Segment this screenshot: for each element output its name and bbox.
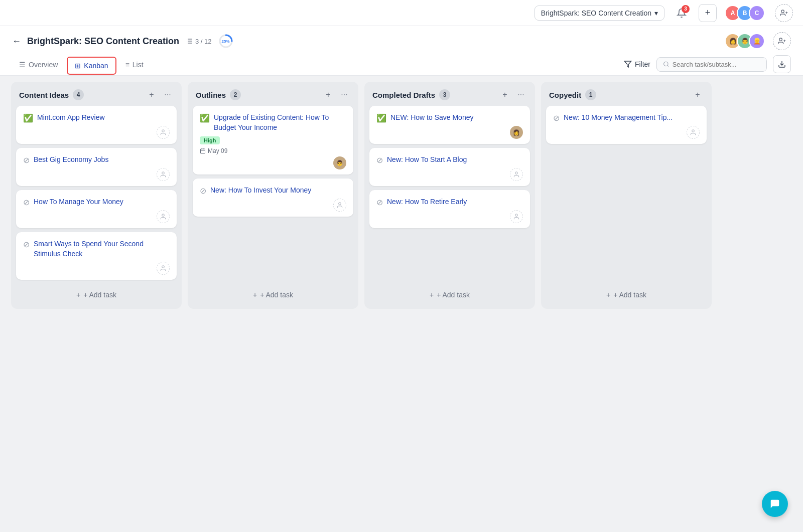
search-input[interactable]: [673, 61, 760, 68]
task-title-t1: Mint.com App Review: [37, 113, 105, 123]
task-card-t6[interactable]: ⊘ New: How To Invest Your Money: [193, 179, 353, 217]
add-task-label-outlines: + Add task: [260, 291, 293, 299]
task-card-t2[interactable]: ⊘ Best Gig Economy Jobs: [16, 148, 177, 186]
svg-point-27: [515, 172, 518, 174]
tag-high-t5: High: [200, 136, 220, 144]
task-assignee-t1[interactable]: [157, 126, 170, 139]
col-header-completed-drafts: Completed Drafts 3 + ···: [364, 82, 535, 106]
task-card-t10[interactable]: ⊘ New: 10 Money Management Tip...: [546, 106, 707, 144]
task-card-t7[interactable]: ✅ NEW: How to Save Money 👩: [369, 106, 530, 144]
tab-list[interactable]: ≡ List: [118, 57, 151, 74]
task-card-t9[interactable]: ⊘ New: How To Retire Early: [369, 190, 530, 228]
svg-line-16: [667, 65, 668, 66]
task-title-t3: How To Manage Your Money: [34, 197, 123, 207]
task-assignee-t9[interactable]: [510, 210, 523, 223]
task-card-t3[interactable]: ⊘ How To Manage Your Money: [16, 190, 177, 228]
task-assignee-t7[interactable]: 👩: [510, 126, 523, 139]
col-count-copyedit: 1: [585, 89, 596, 100]
task-pending-icon-t3: ⊘: [23, 198, 30, 207]
task-card-t1[interactable]: ✅ Mint.com App Review: [16, 106, 177, 144]
task-title-t10: New: 10 Money Management Tip...: [564, 113, 673, 123]
col-title-content-ideas: Content Ideas: [19, 91, 69, 99]
download-button[interactable]: [773, 55, 791, 73]
task-assignee-t5[interactable]: 👨: [333, 156, 346, 169]
svg-point-18: [162, 130, 165, 132]
task-card-t8[interactable]: ⊘ New: How To Start A Blog: [369, 148, 530, 186]
svg-point-11: [779, 38, 782, 41]
back-button[interactable]: ←: [12, 36, 21, 47]
task-card-t5[interactable]: ✅ Upgrade of Existing Content: How To Bu…: [193, 106, 353, 174]
view-tabs: ☰ Overview ⊞ Kanban ≡ List: [12, 57, 151, 74]
col-add-completed-drafts[interactable]: +: [499, 89, 511, 101]
notification-badge: 3: [682, 5, 690, 13]
notifications-button[interactable]: 3: [673, 4, 691, 22]
kanban-icon: ⊞: [75, 62, 81, 70]
tab-list-label: List: [132, 61, 144, 69]
task-fraction-label: 3 / 12: [195, 38, 212, 45]
svg-point-21: [162, 266, 165, 268]
svg-rect-22: [201, 149, 205, 153]
col-count-content-ideas: 4: [73, 89, 84, 100]
task-title-t6: New: How To Invest Your Money: [210, 186, 311, 196]
add-task-icon-outlines: +: [253, 291, 257, 299]
filter-label: Filter: [635, 60, 650, 68]
task-date-label-t5: May 09: [208, 147, 227, 154]
add-task-copyedit[interactable]: + + Add task: [546, 286, 707, 304]
svg-point-19: [162, 172, 165, 174]
task-assignee-t8[interactable]: [510, 168, 523, 181]
task-done-icon-t1: ✅: [23, 113, 33, 123]
task-card-t4[interactable]: ⊘ Smart Ways to Spend Your Second Stimul…: [16, 232, 177, 280]
add-task-outlines[interactable]: + + Add task: [193, 286, 353, 304]
project-member-avatars: 👩 👨 👱: [725, 33, 765, 49]
task-done-icon-t7: ✅: [376, 113, 386, 123]
task-assignee-t10[interactable]: [687, 126, 700, 139]
col-add-outlines[interactable]: +: [322, 89, 334, 101]
col-add-content-ideas[interactable]: +: [146, 89, 158, 101]
progress-ring: 25%: [218, 33, 234, 49]
task-pending-icon-t10: ⊘: [553, 113, 560, 123]
col-add-copyedit[interactable]: +: [692, 89, 704, 101]
task-title-t5: Upgrade of Existing Content: How To Budg…: [214, 113, 346, 132]
svg-point-20: [162, 214, 165, 217]
task-pending-icon-t4: ⊘: [23, 240, 30, 249]
kanban-board: Content Ideas 4 + ··· ✅ Mint.com App Rev…: [0, 76, 803, 315]
col-more-completed-drafts[interactable]: ···: [515, 89, 527, 101]
search-box[interactable]: [656, 57, 767, 72]
overview-icon: ☰: [19, 61, 26, 69]
workspace-chevron: ▾: [654, 9, 658, 17]
task-assignee-t4[interactable]: [157, 262, 170, 275]
progress-label: 25%: [222, 39, 230, 44]
add-task-content-ideas[interactable]: + + Add task: [16, 286, 177, 304]
col-body-outlines: ✅ Upgrade of Existing Content: How To Bu…: [188, 106, 358, 284]
tab-kanban-label: Kanban: [84, 62, 108, 70]
task-count: 3 / 12: [185, 37, 212, 45]
page-header: ← BrightSpark: SEO Content Creation 3 / …: [0, 26, 803, 76]
col-count-outlines: 2: [230, 89, 241, 100]
project-avatar-3: 👱: [749, 33, 765, 49]
task-pending-icon-t8: ⊘: [376, 155, 383, 165]
workspace-label: BrightSpark: SEO Content Creation: [541, 9, 651, 17]
col-title-outlines: Outlines: [196, 91, 226, 99]
col-body-copyedit: ⊘ New: 10 Money Management Tip...: [541, 106, 712, 284]
task-pending-icon-t2: ⊘: [23, 155, 30, 165]
svg-marker-14: [624, 61, 631, 67]
add-member-button[interactable]: [775, 4, 793, 22]
col-more-outlines[interactable]: ···: [338, 89, 350, 101]
col-title-copyedit: Copyedit: [549, 91, 581, 99]
column-content-ideas: Content Ideas 4 + ··· ✅ Mint.com App Rev…: [11, 82, 182, 309]
task-title-t7: NEW: How to Save Money: [390, 113, 473, 123]
add-task-icon-copyedit: +: [606, 291, 610, 299]
tab-overview[interactable]: ☰ Overview: [12, 57, 65, 74]
add-project-member-button[interactable]: [773, 32, 791, 50]
add-task-completed-drafts[interactable]: + + Add task: [369, 286, 530, 304]
task-assignee-t3[interactable]: [157, 210, 170, 223]
workspace-selector[interactable]: BrightSpark: SEO Content Creation ▾: [534, 6, 664, 21]
task-assignee-t2[interactable]: [157, 168, 170, 181]
create-new-button[interactable]: +: [699, 4, 717, 22]
list-icon: ≡: [125, 61, 129, 69]
tab-kanban[interactable]: ⊞ Kanban: [67, 57, 116, 75]
col-more-content-ideas[interactable]: ···: [162, 89, 174, 101]
plus-icon: +: [705, 8, 711, 18]
task-assignee-t6[interactable]: [333, 199, 346, 212]
filter-button[interactable]: Filter: [624, 60, 650, 68]
